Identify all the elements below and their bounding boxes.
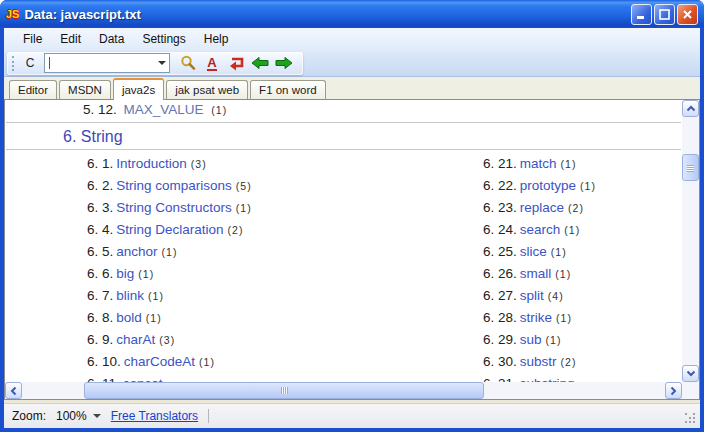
item-link[interactable]: strike [520,310,552,325]
list-item: 6. 27.split(4) [483,285,682,307]
item-link[interactable]: charCodeAt [124,354,195,369]
item-count: (1) [556,312,572,324]
maximize-button[interactable] [654,4,675,25]
scroll-right-button[interactable] [665,382,682,399]
highlight-button[interactable]: A [200,53,224,73]
back-button[interactable] [248,53,272,73]
item-link[interactable]: big [116,266,134,281]
menu-edit[interactable]: Edit [51,29,90,49]
item-link[interactable]: sub [520,332,542,347]
text-caret [49,57,50,69]
case-button[interactable]: C [20,54,40,73]
chevron-down-icon [158,61,166,65]
menu-help[interactable]: Help [195,29,238,49]
tab-java2s[interactable]: java2s [113,78,164,100]
forward-button[interactable] [272,53,296,73]
scroll-left-button[interactable] [5,382,22,399]
item-number: 6. 22. [483,178,517,193]
item-link[interactable]: MAX_VALUE [124,102,204,117]
item-number: 6. 28. [483,310,517,325]
toc-column-right: 6. 21.match(1) 6. 22.prototype(1) 6. 23.… [391,153,682,382]
item-link[interactable]: prototype [520,178,576,193]
item-link[interactable]: slice [520,244,547,259]
chevron-down-icon [93,414,101,418]
item-count: (1) [580,180,596,192]
item-link[interactable]: String comparisons [116,178,232,193]
vertical-scroll-thumb[interactable] [682,154,699,181]
list-item: 6. 21.match(1) [483,153,682,175]
item-count: (1) [199,356,215,368]
content-panel: 5. 12. MAX_VALUE (1) 6. String 6. 1.Intr… [4,99,700,400]
tab-bar: Editor MSDN java2s jak psat web F1 on wo… [4,77,700,99]
search-combobox[interactable] [44,53,170,73]
close-icon [682,9,693,20]
forward-arrow-icon [274,55,294,71]
horizontal-scroll-thumb[interactable] [84,382,484,399]
item-link[interactable]: String Constructors [116,200,232,215]
scroll-up-button[interactable] [682,100,699,117]
item-count: (2) [568,202,584,214]
item-link[interactable]: small [520,266,552,281]
chevron-up-icon [686,105,696,112]
item-link[interactable]: substr [520,354,557,369]
minimize-button[interactable] [631,4,652,25]
toc-columns: 6. 1.Introduction(3) 6. 2.String compari… [5,153,682,382]
list-item: 6. 10.charCodeAt(1) [87,351,391,373]
chevron-right-icon [670,386,677,396]
item-count: (1) [148,290,164,302]
window-title: Data: javascript.txt [24,7,629,22]
list-item: 6. 25.slice(1) [483,241,682,263]
list-item: 6. 29.sub(1) [483,329,682,351]
chevron-down-icon [686,370,696,377]
item-link[interactable]: search [520,222,561,237]
zoom-value[interactable]: 100% [56,409,87,423]
toolbar-band: C A [7,52,303,75]
scroll-down-button[interactable] [682,365,699,382]
combo-dropdown-button[interactable] [155,61,169,65]
title-bar: JS Data: javascript.txt [0,0,704,28]
list-item: 6. 26.small(1) [483,263,682,285]
list-item: 6. 6.big(1) [87,263,391,285]
horizontal-scroll-track[interactable] [22,382,665,399]
item-count: (4) [548,290,564,302]
item-link[interactable]: charAt [116,332,155,347]
tab-f1-on-word[interactable]: F1 on word [250,80,326,99]
menu-file[interactable]: File [14,29,51,49]
item-link[interactable]: bold [116,310,142,325]
list-item: 6. 4.String Declaration(2) [87,219,391,241]
chevron-left-icon [10,386,17,396]
item-link[interactable]: replace [520,200,564,215]
toolbar-grip[interactable] [12,56,14,71]
list-item: 6. 9.charAt(3) [87,329,391,351]
item-number: 6. 25. [483,244,517,259]
item-link[interactable]: String Declaration [116,222,223,237]
divider [6,122,681,123]
item-number: 6. 6. [87,266,113,281]
list-item: 6. 1.Introduction(3) [87,153,391,175]
resize-grip[interactable] [685,413,697,425]
item-count: (2) [228,224,244,236]
item-link[interactable]: blink [116,288,144,303]
list-item: 6. 3.String Constructors(1) [87,197,391,219]
jump-button[interactable] [224,53,248,73]
free-translators-link[interactable]: Free Translators [111,409,198,423]
tab-jak-psat-web[interactable]: jak psat web [166,80,248,99]
menu-settings[interactable]: Settings [133,29,194,49]
menu-bar: File Edit Data Settings Help [4,28,700,50]
list-item: 6. 7.blink(1) [87,285,391,307]
vertical-scroll-track[interactable] [682,117,699,365]
item-link[interactable]: match [520,156,557,171]
item-number: 6. 23. [483,200,517,215]
item-link[interactable]: split [520,288,544,303]
search-button[interactable] [176,53,200,73]
menu-data[interactable]: Data [90,29,133,49]
close-button[interactable] [677,4,698,25]
tab-msdn[interactable]: MSDN [59,80,111,99]
item-link[interactable]: Introduction [116,156,187,171]
item-link[interactable]: anchor [116,244,157,259]
zoom-dropdown-button[interactable] [93,414,101,418]
list-item: 6. 22.prototype(1) [483,175,682,197]
tab-editor[interactable]: Editor [9,80,57,99]
item-count: (1) [236,202,252,214]
item-count: (1) [564,224,580,236]
